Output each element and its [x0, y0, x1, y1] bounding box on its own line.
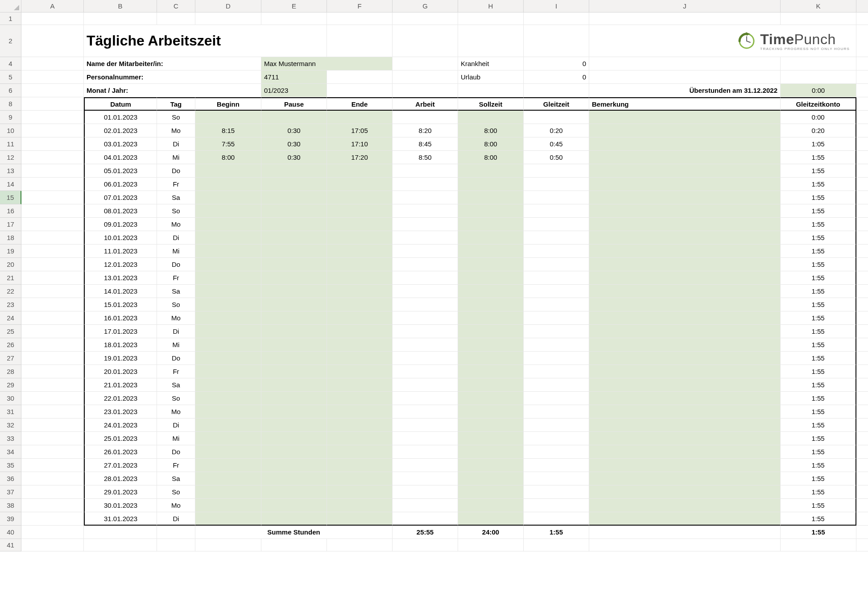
- cell[interactable]: [21, 191, 84, 204]
- select-all-corner[interactable]: [0, 0, 21, 12]
- acct-cell[interactable]: 1:55: [781, 178, 856, 191]
- dow-cell[interactable]: Sa: [157, 191, 195, 204]
- work-cell[interactable]: [393, 204, 458, 218]
- row-header-13[interactable]: 13: [0, 164, 21, 178]
- target-cell[interactable]: [458, 499, 524, 512]
- row-header-16[interactable]: 16: [0, 204, 21, 218]
- note-cell[interactable]: [589, 191, 781, 204]
- flex-cell[interactable]: [524, 285, 589, 298]
- note-cell[interactable]: [589, 298, 781, 311]
- date-cell[interactable]: 10.01.2023: [84, 231, 157, 244]
- acct-cell[interactable]: 1:55: [781, 445, 856, 459]
- date-cell[interactable]: 17.01.2023: [84, 325, 157, 338]
- flex-cell[interactable]: [524, 352, 589, 365]
- cell[interactable]: [21, 405, 84, 419]
- pause-cell[interactable]: [261, 218, 327, 231]
- row-header-6[interactable]: 6: [0, 84, 21, 97]
- dow-cell[interactable]: Di: [157, 512, 195, 526]
- dow-cell[interactable]: Mi: [157, 244, 195, 258]
- cell[interactable]: [157, 526, 195, 539]
- row-header-30[interactable]: 30: [0, 392, 21, 405]
- dow-cell[interactable]: So: [157, 392, 195, 405]
- target-cell[interactable]: [458, 405, 524, 419]
- dow-cell[interactable]: So: [157, 298, 195, 311]
- pause-cell[interactable]: 0:30: [261, 124, 327, 137]
- target-cell[interactable]: [458, 258, 524, 271]
- flex-cell[interactable]: [524, 191, 589, 204]
- pause-cell[interactable]: [261, 285, 327, 298]
- dow-cell[interactable]: So: [157, 204, 195, 218]
- work-cell[interactable]: [393, 499, 458, 512]
- cell[interactable]: [21, 218, 84, 231]
- date-cell[interactable]: 11.01.2023: [84, 244, 157, 258]
- target-cell[interactable]: [458, 419, 524, 432]
- cell[interactable]: [524, 25, 589, 57]
- cell[interactable]: [21, 164, 84, 178]
- note-cell[interactable]: [589, 378, 781, 392]
- flex-cell[interactable]: [524, 472, 589, 485]
- target-cell[interactable]: [458, 378, 524, 392]
- acct-cell[interactable]: 1:55: [781, 311, 856, 325]
- target-cell[interactable]: [458, 164, 524, 178]
- row-header-28[interactable]: 28: [0, 365, 21, 378]
- date-cell[interactable]: 01.01.2023: [84, 111, 157, 124]
- target-cell[interactable]: [458, 338, 524, 352]
- cell[interactable]: [157, 12, 195, 25]
- row-header-32[interactable]: 32: [0, 419, 21, 432]
- note-cell[interactable]: [589, 352, 781, 365]
- dow-cell[interactable]: Sa: [157, 472, 195, 485]
- cell[interactable]: [21, 178, 84, 191]
- flex-cell[interactable]: [524, 338, 589, 352]
- acct-cell[interactable]: 1:55: [781, 298, 856, 311]
- note-cell[interactable]: [589, 178, 781, 191]
- note-cell[interactable]: [589, 325, 781, 338]
- cell[interactable]: [157, 539, 195, 551]
- flex-cell[interactable]: [524, 378, 589, 392]
- start-cell[interactable]: [195, 392, 261, 405]
- end-cell[interactable]: [327, 311, 393, 325]
- pause-cell[interactable]: [261, 352, 327, 365]
- start-cell[interactable]: [195, 204, 261, 218]
- cell[interactable]: [21, 352, 84, 365]
- month-value[interactable]: 01/2023: [261, 84, 327, 97]
- work-cell[interactable]: [393, 311, 458, 325]
- work-cell[interactable]: [393, 445, 458, 459]
- flex-cell[interactable]: [524, 419, 589, 432]
- col-header-A[interactable]: A: [21, 0, 84, 12]
- target-cell[interactable]: [458, 298, 524, 311]
- dow-cell[interactable]: So: [157, 485, 195, 499]
- date-cell[interactable]: 14.01.2023: [84, 285, 157, 298]
- start-cell[interactable]: [195, 472, 261, 485]
- row-header-38[interactable]: 38: [0, 499, 21, 512]
- end-cell[interactable]: [327, 338, 393, 352]
- flex-cell[interactable]: [524, 111, 589, 124]
- row-header-18[interactable]: 18: [0, 231, 21, 244]
- date-cell[interactable]: 26.01.2023: [84, 445, 157, 459]
- date-cell[interactable]: 13.01.2023: [84, 271, 157, 285]
- cell[interactable]: [21, 12, 84, 25]
- work-cell[interactable]: [393, 338, 458, 352]
- cell[interactable]: [458, 12, 524, 25]
- row-header-26[interactable]: 26: [0, 338, 21, 352]
- flex-cell[interactable]: [524, 258, 589, 271]
- note-cell[interactable]: [589, 204, 781, 218]
- start-cell[interactable]: [195, 191, 261, 204]
- cell[interactable]: [21, 392, 84, 405]
- start-cell[interactable]: [195, 285, 261, 298]
- target-cell[interactable]: [458, 432, 524, 445]
- row-header-34[interactable]: 34: [0, 445, 21, 459]
- cell[interactable]: [21, 244, 84, 258]
- date-cell[interactable]: 24.01.2023: [84, 419, 157, 432]
- cell[interactable]: [21, 271, 84, 285]
- date-cell[interactable]: 18.01.2023: [84, 338, 157, 352]
- flex-cell[interactable]: [524, 218, 589, 231]
- acct-cell[interactable]: 1:55: [781, 392, 856, 405]
- work-cell[interactable]: [393, 485, 458, 499]
- dow-cell[interactable]: Di: [157, 419, 195, 432]
- row-header-35[interactable]: 35: [0, 459, 21, 472]
- pause-cell[interactable]: [261, 445, 327, 459]
- end-cell[interactable]: [327, 352, 393, 365]
- note-cell[interactable]: [589, 311, 781, 325]
- target-cell[interactable]: [458, 472, 524, 485]
- start-cell[interactable]: 8:00: [195, 151, 261, 164]
